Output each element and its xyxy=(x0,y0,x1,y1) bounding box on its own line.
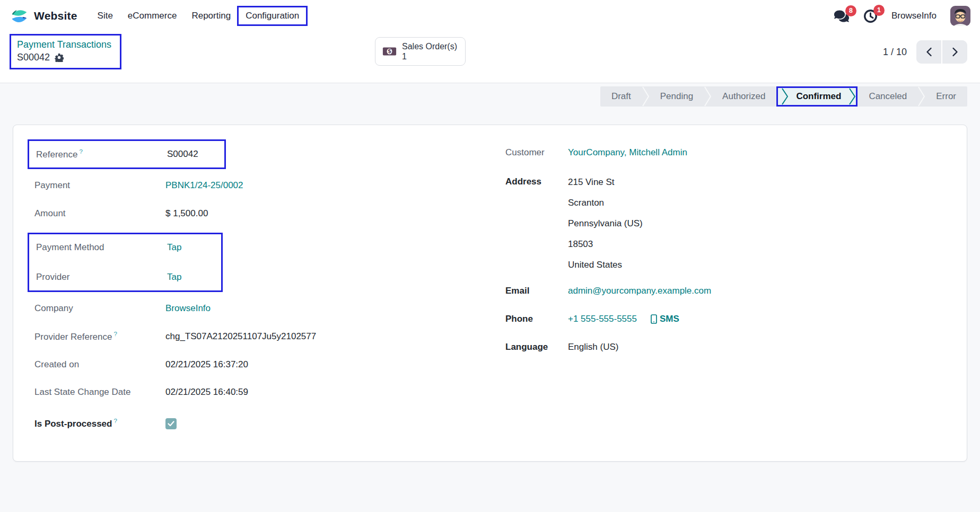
is-post-processed-checkbox[interactable] xyxy=(165,418,177,429)
last-state-change-value: 02/21/2025 16:40:59 xyxy=(165,384,366,401)
control-panel: Payment Transactions S00042 $ Sales Orde… xyxy=(0,32,980,83)
customer-value-link[interactable]: YourCompany, Mitchell Admin xyxy=(568,147,946,158)
activities-button[interactable]: 1 xyxy=(863,9,878,23)
app-header: Website Site eCommerce Reporting Configu… xyxy=(0,0,980,83)
money-bill-icon: $ xyxy=(382,47,397,56)
statusbar-active-chevron-icon xyxy=(782,88,788,105)
is-post-processed-label: Is Post-processed? xyxy=(34,418,165,429)
field-provider-reference: Provider Reference? chg_TS07A2120251107J… xyxy=(34,328,366,346)
activities-badge: 1 xyxy=(873,5,885,16)
created-on-label: Created on xyxy=(34,359,165,370)
pager-counter: 1 / 10 xyxy=(883,47,907,58)
statusbar: Draft Pending Authorized Confirmed Cance… xyxy=(600,86,967,107)
user-name[interactable]: BrowseInfo xyxy=(891,11,937,21)
field-payment: Payment PBNK1/24-25/0002 xyxy=(34,176,366,195)
app-switcher-button[interactable]: Website xyxy=(10,6,77,26)
field-customer: Customer YourCompany, Mitchell Admin xyxy=(505,144,946,162)
app-name: Website xyxy=(34,10,77,22)
main-menu-bar: Site eCommerce Reporting Configuration xyxy=(90,7,307,25)
statusbar-separator-icon xyxy=(704,86,711,107)
provider-reference-value: chg_TS07A2120251107Ju5y2102577 xyxy=(165,331,366,342)
menu-ecommerce[interactable]: eCommerce xyxy=(120,7,185,25)
help-marker-icon: ? xyxy=(113,331,117,337)
company-label: Company xyxy=(34,303,165,314)
gear-icon[interactable] xyxy=(55,53,64,62)
menu-configuration[interactable]: Configuration xyxy=(238,7,307,25)
stat-button-count: 1 xyxy=(402,51,457,61)
provider-label: Provider xyxy=(36,272,167,283)
field-company: Company BrowseInfo xyxy=(34,299,366,317)
language-value: English (US) xyxy=(568,342,946,352)
reference-value[interactable]: S00042 xyxy=(167,149,224,160)
field-is-post-processed: Is Post-processed? xyxy=(34,414,366,432)
systray: 8 1 BrowseInfo xyxy=(834,6,970,26)
email-label: Email xyxy=(505,286,568,296)
user-avatar[interactable] xyxy=(950,6,970,26)
phone-value-link[interactable]: +1 555-555-5555 xyxy=(568,314,637,324)
field-phone: Phone +1 555-555-5555 SMS xyxy=(505,310,946,328)
last-state-change-label: Last State Change Date xyxy=(34,384,165,401)
help-marker-icon: ? xyxy=(79,148,82,155)
chevron-right-icon xyxy=(951,47,959,57)
payment-label: Payment xyxy=(34,180,165,191)
customer-label: Customer xyxy=(505,147,568,158)
field-amount: Amount $ 1,500.00 xyxy=(34,205,366,223)
address-label: Address xyxy=(505,172,568,192)
field-language: Language English (US) xyxy=(505,338,946,356)
chevron-left-icon xyxy=(925,47,933,57)
form-left-column: Reference? S00042 Payment PBNK1/24-25/00… xyxy=(34,139,366,443)
field-payment-method: Payment Method Tap xyxy=(36,239,221,257)
field-created-on: Created on 02/21/2025 16:37:20 xyxy=(34,356,366,374)
address-country: United States xyxy=(568,254,946,275)
menu-reporting[interactable]: Reporting xyxy=(184,7,238,25)
send-sms-button[interactable]: SMS xyxy=(651,314,679,324)
messages-button[interactable]: 8 xyxy=(834,10,850,23)
payment-value-link[interactable]: PBNK1/24-25/0002 xyxy=(165,180,366,191)
messages-badge: 8 xyxy=(845,5,856,16)
check-icon xyxy=(168,421,174,427)
status-confirmed: Confirmed xyxy=(788,91,849,102)
sales-orders-stat-button[interactable]: $ Sales Order(s) 1 xyxy=(375,37,466,66)
status-authorized[interactable]: Authorized xyxy=(711,86,776,107)
statusbar-active-chevron-icon xyxy=(849,88,855,105)
form-sheet: Reference? S00042 Payment PBNK1/24-25/00… xyxy=(13,125,967,462)
field-reference: Reference? S00042 xyxy=(36,145,224,163)
provider-value-link[interactable]: Tap xyxy=(167,272,221,283)
breadcrumb-parent-link[interactable]: Payment Transactions xyxy=(17,39,111,50)
statusbar-separator-icon xyxy=(918,86,925,107)
field-last-state-change: Last State Change Date 02/21/2025 16:40:… xyxy=(34,384,366,402)
company-value-link[interactable]: BrowseInfo xyxy=(165,303,366,314)
created-on-value: 02/21/2025 16:37:20 xyxy=(165,359,366,370)
status-error[interactable]: Error xyxy=(925,86,967,107)
reference-label: Reference? xyxy=(36,148,167,160)
record-pager: 1 / 10 xyxy=(883,40,967,64)
payment-method-highlight-box: Payment Method Tap Provider Tap xyxy=(28,233,223,292)
stat-button-label: Sales Order(s) xyxy=(402,41,457,51)
breadcrumb-current-record: S00042 xyxy=(17,52,50,63)
reference-highlight-box: Reference? S00042 xyxy=(28,139,226,169)
help-marker-icon: ? xyxy=(113,418,117,424)
pager-previous-button[interactable] xyxy=(916,40,941,64)
status-draft[interactable]: Draft xyxy=(600,86,642,107)
status-pending[interactable]: Pending xyxy=(649,86,704,107)
address-zip: 18503 xyxy=(568,234,946,254)
form-right-column: Customer YourCompany, Mitchell Admin Add… xyxy=(505,139,946,443)
provider-reference-label: Provider Reference? xyxy=(34,331,165,342)
payment-method-label: Payment Method xyxy=(36,242,167,253)
mobile-phone-icon xyxy=(651,314,657,324)
field-address: Address 215 Vine St Scranton Pennsylvani… xyxy=(505,172,946,275)
language-label: Language xyxy=(505,342,568,352)
payment-method-value-link[interactable]: Tap xyxy=(167,242,221,253)
menu-site[interactable]: Site xyxy=(90,7,120,25)
address-city: Scranton xyxy=(568,192,946,213)
status-confirmed-active[interactable]: Confirmed xyxy=(776,86,858,107)
form-status-area: Draft Pending Authorized Confirmed Cance… xyxy=(13,86,967,107)
email-value-link[interactable]: admin@yourcompany.example.com xyxy=(568,286,946,296)
top-navbar: Website Site eCommerce Reporting Configu… xyxy=(0,0,980,32)
avatar-image-icon xyxy=(950,6,970,26)
phone-label: Phone xyxy=(505,314,568,324)
pager-next-button[interactable] xyxy=(942,40,967,64)
status-canceled[interactable]: Canceled xyxy=(858,86,918,107)
address-state: Pennsylvania (US) xyxy=(568,213,946,234)
sms-label: SMS xyxy=(660,314,679,324)
